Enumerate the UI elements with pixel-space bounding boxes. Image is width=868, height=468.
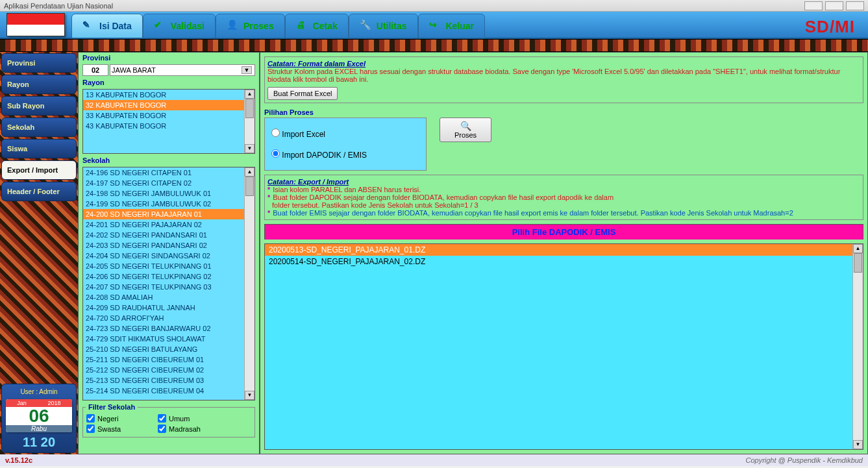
calendar-widget: Jan2018 06 Rabu xyxy=(6,399,72,432)
file-item[interactable]: 20200514-SD_NEGERI_PAJAJARAN_02.DZ xyxy=(265,256,863,267)
maximize-icon[interactable] xyxy=(825,1,843,10)
flag-icon xyxy=(6,13,65,36)
pencil-icon: ✎ xyxy=(82,19,95,32)
filter-sekolah-group: Filter Sekolah Negeri Umum Swasta Madras… xyxy=(82,403,255,437)
tab-cetak[interactable]: 🖨Cetak xyxy=(285,14,349,38)
nav-provinsi[interactable]: Provinsi xyxy=(1,53,77,73)
proses-button[interactable]: 🔍 Proses xyxy=(440,117,491,142)
rayon-item[interactable]: 33 KABUPATEN BOGOR xyxy=(83,110,254,121)
sekolah-item[interactable]: 24-205 SD NEGERI TELUKPINANG 01 xyxy=(83,261,254,271)
sekolah-item[interactable]: 24-720 SD ARROFI'YAH xyxy=(83,313,254,323)
sekolah-item[interactable]: 24-199 SD NEGERI JAMBULUWUK 02 xyxy=(83,199,254,209)
batik-divider xyxy=(0,39,868,52)
tab-utilitas[interactable]: 🔧Utilitas xyxy=(349,14,418,38)
sekolah-item[interactable]: 24-204 SD NEGERI SINDANGSARI 02 xyxy=(83,251,254,261)
tab-proses[interactable]: 👤Proses xyxy=(216,14,285,38)
radio-import-dapodik[interactable]: Import DAPODIK / EMIS xyxy=(270,144,421,165)
nav-sekolah[interactable]: Sekolah xyxy=(1,117,77,137)
filter-swasta[interactable]: Swasta xyxy=(86,424,157,434)
rayon-listbox[interactable]: 13 KABUPATEN BOGOR32 KABUPATEN BOGOR33 K… xyxy=(82,89,255,154)
copyright-label: Copyright @ Puspendik - Kemdikbud xyxy=(745,456,863,464)
sekolah-item[interactable]: 24-197 SD NEGERI CITAPEN 02 xyxy=(83,178,254,188)
radio-import-excel[interactable]: Import Excel xyxy=(270,123,421,144)
sekolah-item[interactable]: 25-213 SD NEGERI CIBEUREUM 03 xyxy=(83,375,254,386)
filter-umum[interactable]: Umum xyxy=(157,413,229,423)
sekolah-item[interactable]: 24-200 SD NEGERI PAJAJARAN 01 xyxy=(83,209,254,219)
sekolah-item[interactable]: 24-202 SD NEGERI PANDANSARI 01 xyxy=(83,230,254,240)
user-label: User : Admin xyxy=(5,387,73,397)
content-panel: Catatan: Format dalam Excel Struktur Kol… xyxy=(260,52,868,454)
window-title: Aplikasi Pendataan Ujian Nasional xyxy=(4,2,113,10)
import-options-panel: Import Excel Import DAPODIK / EMIS xyxy=(264,117,427,171)
sekolah-listbox[interactable]: 24-196 SD NEGERI CITAPEN 0124-197 SD NEG… xyxy=(82,167,255,400)
excel-note-text: Struktur Kolom pada EXCEL harus sesuai d… xyxy=(267,68,860,83)
scrollbar[interactable]: ▲▼ xyxy=(244,90,254,153)
sekolah-item[interactable]: 25-214 SD NEGERI CIBEUREUM 04 xyxy=(83,386,254,396)
file-listbox[interactable]: 20200513-SD_NEGERI_PAJAJARAN_01.DZ202005… xyxy=(264,243,863,450)
user-card: User : Admin Jan2018 06 Rabu 11 20 xyxy=(1,384,77,453)
status-bar: v.15.12c Copyright @ Puspendik - Kemdikb… xyxy=(0,454,868,466)
scrollbar[interactable]: ▲▼ xyxy=(244,167,254,400)
nav-export-import[interactable]: Export / Import xyxy=(1,160,77,180)
buat-format-excel-button[interactable]: Buat Format Excel xyxy=(267,87,338,100)
provinsi-select[interactable]: JAWA BARAT xyxy=(110,64,255,76)
sekolah-item[interactable]: 24-207 SD NEGERI TELUKPINANG 03 xyxy=(83,282,254,292)
nav-siswa[interactable]: Siswa xyxy=(1,139,77,158)
file-list-header: Pilih File DAPODIK / EMIS xyxy=(264,224,863,240)
nav-header-footer[interactable]: Header / Footer xyxy=(1,182,77,201)
clock: 11 20 xyxy=(5,435,73,450)
minimize-icon[interactable] xyxy=(804,1,823,10)
close-icon[interactable] xyxy=(846,1,864,10)
filter-negeri[interactable]: Negeri xyxy=(86,413,157,423)
provinsi-code-input[interactable]: 02 xyxy=(82,64,108,76)
printer-icon: 🖨 xyxy=(296,19,309,32)
export-import-notes: Catatan: Export / Import *Isian kolom PA… xyxy=(264,175,863,220)
provinsi-label: Provinsi xyxy=(79,53,259,63)
sekolah-item[interactable]: 24-729 SDIT HIKMATUS SHOLAWAT xyxy=(83,334,254,344)
scrollbar[interactable]: ▲▼ xyxy=(852,244,863,449)
process-icon: 🔍 xyxy=(443,121,488,131)
wrench-icon: 🔧 xyxy=(360,19,373,32)
validate-icon: ✔ xyxy=(154,19,167,32)
tab-validasi[interactable]: ✔Validasi xyxy=(143,14,216,38)
sekolah-item[interactable]: 24-206 SD NEGERI TELUKPINANG 02 xyxy=(83,271,254,282)
file-item[interactable]: 20200513-SD_NEGERI_PAJAJARAN_01.DZ xyxy=(265,244,863,256)
user-icon: 👤 xyxy=(227,19,240,32)
sekolah-item[interactable]: 24-203 SD NEGERI PANDANSARI 02 xyxy=(83,240,254,251)
sekolah-label: Sekolah xyxy=(79,155,259,166)
sekolah-item[interactable]: 25-211 SD NEGERI CIBEUREUM 01 xyxy=(83,354,254,365)
nav-sub-rayon[interactable]: Sub Rayon xyxy=(1,96,77,116)
brand-label: SD/MI xyxy=(805,17,855,37)
sekolah-item[interactable]: 24-198 SD NEGERI JAMBULUWUK 01 xyxy=(83,188,254,199)
tab-keluar[interactable]: ↪Keluar xyxy=(418,14,486,38)
rayon-item[interactable]: 43 KABUPATEN BOGOR xyxy=(83,121,254,131)
excel-note-title: Catatan: Format dalam Excel xyxy=(267,60,860,68)
filter-madrasah[interactable]: Madrasah xyxy=(157,424,229,434)
pilihan-proses-label: Pilihan Proses xyxy=(264,107,863,117)
sekolah-item[interactable]: 24-208 SD AMALIAH xyxy=(83,292,254,302)
rayon-item[interactable]: 13 KABUPATEN BOGOR xyxy=(83,90,254,100)
sekolah-item[interactable]: 24-196 SD NEGERI CITAPEN 01 xyxy=(83,167,254,178)
sidebar: ProvinsiRayonSub RayonSekolahSiswaExport… xyxy=(0,52,78,454)
excel-note-box: Catatan: Format dalam Excel Struktur Kol… xyxy=(264,56,863,103)
sekolah-item[interactable]: 24-201 SD NEGERI PAJAJARAN 02 xyxy=(83,219,254,230)
selector-column: Provinsi 02 JAWA BARAT Rayon 13 KABUPATE… xyxy=(78,52,260,454)
rayon-item[interactable]: 32 KABUPATEN BOGOR xyxy=(83,100,254,110)
version-label: v.15.12c xyxy=(5,456,32,464)
rayon-label: Rayon xyxy=(79,77,259,88)
export-import-title: Catatan: Export / Import xyxy=(267,178,860,186)
sekolah-item[interactable]: 24-723 SD NEGERI BANJARWARU 02 xyxy=(83,323,254,334)
sekolah-item[interactable]: 25-210 SD NEGERI BATULAYANG xyxy=(83,344,254,354)
sekolah-item[interactable]: 25-212 SD NEGERI CIBEUREUM 02 xyxy=(83,365,254,375)
sekolah-item[interactable]: 24-209 SD RAUDHATUL JANNAH xyxy=(83,302,254,313)
exit-icon: ↪ xyxy=(429,19,442,32)
tab-isi-data[interactable]: ✎Isi Data xyxy=(71,14,143,38)
nav-rayon[interactable]: Rayon xyxy=(1,75,77,94)
title-bar: Aplikasi Pendataan Ujian Nasional xyxy=(0,0,868,12)
top-toolbar: ✎Isi Data ✔Validasi 👤Proses 🖨Cetak 🔧Util… xyxy=(0,12,868,39)
